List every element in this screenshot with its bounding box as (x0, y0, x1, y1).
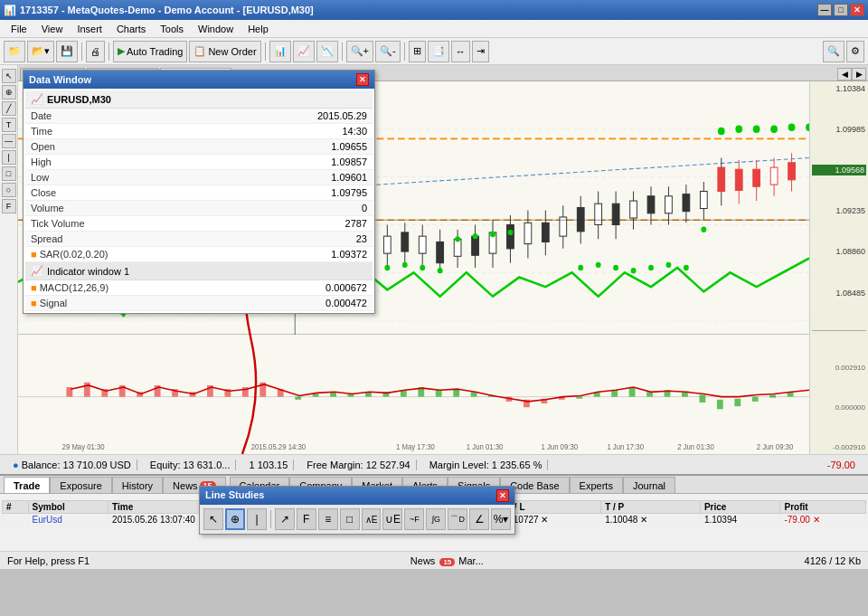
dw-time-row: Time 14:30 (25, 124, 373, 139)
svg-rect-93 (788, 163, 796, 180)
scroll-right-button[interactable]: ⇥ (472, 41, 489, 62)
new-order-icon: 📋 (193, 45, 206, 57)
candle-button[interactable]: 📈 (293, 41, 315, 62)
new-chart-button[interactable]: 📁 (4, 41, 25, 62)
ls-angled-line-btn[interactable]: ↗ (275, 508, 295, 530)
toolbox-cursor[interactable]: ↖ (2, 69, 16, 83)
indicator-icon: 📈 (31, 265, 43, 277)
title-bar-title: 1713357 - MetaQuotes-Demo - Demo Account… (16, 5, 817, 15)
dw-signal-label: ■ Signal (31, 298, 67, 308)
toolbox-text[interactable]: T (2, 118, 16, 132)
save-button[interactable]: 💾 (56, 41, 78, 62)
sar-icon: ■ (31, 249, 37, 260)
period-button[interactable]: ↔ (451, 41, 470, 62)
ls-percent-btn[interactable]: %▾ (491, 508, 511, 530)
toolbox-fibo[interactable]: F (2, 199, 16, 213)
bottom-market: Mar... (458, 555, 484, 566)
close-button[interactable]: ✕ (850, 4, 864, 16)
svg-point-104 (384, 265, 390, 270)
price-high: 1.10384 (835, 84, 865, 93)
dw-date-label: Date (31, 110, 52, 121)
dw-date-value: 2015.05.29 (317, 110, 367, 121)
toolbox-hline[interactable]: — (2, 134, 16, 148)
data-window-close-button[interactable]: ✕ (356, 73, 369, 86)
tab-journal[interactable]: Journal (623, 477, 675, 493)
ls-hline-btn[interactable]: ≡ (318, 508, 338, 530)
ls-text-f-btn[interactable]: F (297, 508, 316, 530)
tab-trade[interactable]: Trade (4, 477, 50, 493)
zoom-in-button[interactable]: 🔍+ (346, 41, 373, 62)
ls-crosshair-btn[interactable]: ⊕ (225, 508, 245, 530)
open-button[interactable]: 📂▾ (27, 41, 54, 62)
menu-help[interactable]: Help (241, 22, 276, 36)
toolbar-extra[interactable]: ⚙ (846, 41, 864, 62)
cell-tp: 1.10048 ✕ (601, 514, 701, 526)
svg-point-109 (473, 233, 478, 239)
svg-rect-145 (313, 393, 319, 396)
svg-text:2 Jun 09:30: 2 Jun 09:30 (757, 442, 794, 450)
ls-arc-btn[interactable]: ∪E (382, 508, 402, 530)
auto-trading-icon: ▶ (118, 45, 125, 57)
template-button[interactable]: 📑 (428, 41, 449, 62)
svg-rect-53 (437, 242, 444, 262)
ls-line-btn[interactable]: | (247, 508, 267, 530)
ls-rect-btn[interactable]: □ (340, 508, 360, 530)
svg-rect-164 (646, 392, 653, 396)
status-free-margin: Free Margin: 12 527.94 (301, 460, 416, 470)
ls-cursor-btn[interactable]: ↖ (203, 508, 223, 530)
toolbox-line[interactable]: ╱ (2, 101, 16, 116)
col-sl: S / L (502, 501, 601, 514)
menu-tools[interactable]: Tools (153, 22, 191, 36)
menu-charts[interactable]: Charts (109, 22, 153, 36)
col-price2: Price (700, 501, 780, 514)
svg-text:2015.05.29 14:30: 2015.05.29 14:30 (251, 442, 307, 450)
maximize-button[interactable]: □ (834, 4, 848, 16)
ls-triangle-e-btn[interactable]: ∧E (362, 508, 382, 530)
dw-sar-value: 1.09372 (331, 249, 367, 260)
menu-window[interactable]: Window (191, 22, 241, 36)
tab-exposure[interactable]: Exposure (50, 477, 111, 493)
svg-point-106 (420, 265, 425, 270)
menu-view[interactable]: View (34, 22, 71, 36)
line-studies-tools: ↖ ⊕ | ↗ F ≡ □ ∧E ∪E ~F ∫G ⌒D ∠ %▾ (200, 505, 514, 534)
col-profit: Profit (780, 501, 866, 514)
svg-rect-79 (665, 196, 673, 213)
toolbox-crosshair[interactable]: ⊕ (2, 85, 16, 100)
auto-trading-button[interactable]: ▶ Auto Trading (113, 41, 187, 62)
indicator-window-label: Indicator window 1 (47, 266, 129, 277)
line-chart-button[interactable]: 📉 (316, 41, 338, 62)
dw-signal-row: ■ Signal 0.000472 (25, 296, 373, 311)
new-order-button[interactable]: 📋 New Order (189, 41, 260, 62)
tab-experts[interactable]: Experts (570, 477, 623, 493)
properties-button[interactable]: ⊞ (409, 41, 426, 62)
svg-rect-167 (699, 395, 705, 403)
menu-file[interactable]: File (4, 22, 34, 36)
ls-fan-g-btn[interactable]: ∫G (426, 508, 446, 530)
ls-angle-btn[interactable]: ∠ (469, 508, 489, 530)
menu-insert[interactable]: Insert (70, 22, 109, 36)
line-studies-close[interactable]: ✕ (496, 489, 509, 502)
zoom-out-button[interactable]: 🔍- (375, 41, 401, 62)
toolbox-rect[interactable]: □ (2, 166, 16, 181)
ls-arc-d-btn[interactable]: ⌒D (448, 508, 467, 530)
indicator-mid: 0.000000 (835, 403, 865, 412)
ls-curve-f-btn[interactable]: ~F (404, 508, 424, 530)
dw-close-row: Close 1.09795 (25, 185, 373, 201)
minimize-button[interactable]: — (817, 4, 832, 16)
dw-symbol-icon: 📈 (31, 93, 43, 105)
svg-rect-91 (770, 167, 778, 185)
tab-scroll-left[interactable]: ◀ (837, 68, 852, 81)
line-studies-title-bar: Line Studies ✕ (200, 487, 514, 505)
print-button[interactable]: 🖨 (86, 41, 105, 62)
svg-point-108 (455, 236, 460, 242)
tab-scroll-right[interactable]: ▶ (852, 68, 866, 81)
toolbox-vline[interactable]: | (2, 150, 16, 165)
svg-point-112 (578, 265, 583, 270)
svg-rect-65 (542, 223, 549, 242)
search-button[interactable]: 🔍 (823, 41, 844, 62)
title-bar: 📊 1713357 - MetaQuotes-Demo - Demo Accou… (0, 0, 868, 20)
tab-history[interactable]: History (112, 477, 163, 493)
bar-chart-button[interactable]: 📊 (269, 41, 291, 62)
svg-rect-61 (507, 224, 514, 248)
toolbox-ellipse[interactable]: ○ (2, 183, 16, 197)
